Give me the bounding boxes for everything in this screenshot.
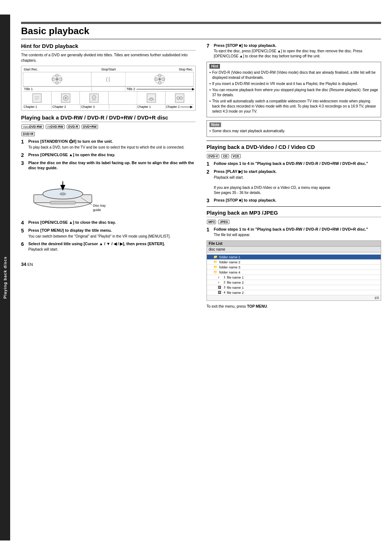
step3-content: Place the disc on the disc tray with its… xyxy=(28,160,196,171)
ch2-icon xyxy=(61,93,71,103)
svg-text:Disc tray: Disc tray xyxy=(93,204,106,207)
dvdvideo-format-badges: DVD-V CD VCD xyxy=(207,154,381,159)
file3-num: 3 xyxy=(224,285,225,289)
ch1-label: Chapter 1 xyxy=(23,105,52,109)
folder-icon-1: 📁 xyxy=(213,255,218,259)
svg-point-9 xyxy=(159,78,161,80)
svg-text:(: ( xyxy=(109,76,110,82)
ch4-icon xyxy=(146,93,156,103)
title2-icon xyxy=(153,73,166,85)
file-list-row[interactable]: ♪ 1 file name 1 xyxy=(207,275,381,280)
svg-rect-24 xyxy=(147,94,156,102)
dvdvideo-step3-title: Press [STOP ■] to stop playback. xyxy=(214,198,381,203)
side-tab: Playing back discs xyxy=(0,15,10,540)
step2-content: Press [OPEN/CLOSE ▲] to open the disc tr… xyxy=(28,152,196,158)
file-list-row[interactable]: 🖼 3 file name 1 xyxy=(207,285,381,290)
dvdvideo-step1-content: Follow steps 1 to 4 in "Playing back a D… xyxy=(214,161,381,167)
dvdvideo-step2-body: Playback will start. If you are playing … xyxy=(214,175,381,195)
two-column-layout: Hint for DVD playback The contents of a … xyxy=(21,43,381,530)
page-title: Basic playback xyxy=(21,25,381,39)
page-number-area: 34 EN xyxy=(21,254,196,267)
mp3-step1-num: 1 xyxy=(207,227,212,238)
file2-num: 2 xyxy=(224,280,225,284)
diagram-header: Start Rec. Stop/Start Stop Rec. xyxy=(23,68,194,71)
separator-2 xyxy=(207,206,381,207)
hint-box-header: Hint xyxy=(209,64,220,69)
file1-name: file name 1 xyxy=(227,275,244,279)
mp3-step1-body: The file list will appear. xyxy=(214,232,381,238)
svg-point-25 xyxy=(150,98,153,101)
step1-title: Press [STANDBY/ON ⏻/I] to turn on the un… xyxy=(28,139,196,144)
file1-num: 1 xyxy=(224,275,225,279)
note-box-header: Note xyxy=(209,122,221,127)
ch-sep2 xyxy=(109,105,136,109)
step-4: 4 Press [OPEN/CLOSE ▲] to close the disc… xyxy=(21,220,196,226)
main-content: Basic playback Hint for DVD playback The… xyxy=(10,15,392,540)
note-bullet-1-text: Some discs may start playback automatica… xyxy=(212,129,285,134)
file-list-page: 1/2 xyxy=(374,296,379,300)
hint-bullet-1-text: For DVD-R (Video mode) and DVD-RW (Video… xyxy=(212,70,378,80)
folder-1-name: folder name 1 xyxy=(219,255,240,259)
mp3-step1-title: Follow steps 1 to 4 in "Playing back a D… xyxy=(214,227,381,232)
hint-bullet-3-text: You can resume playback from where you s… xyxy=(212,88,378,98)
ch1-icon xyxy=(32,93,42,103)
hint-box: Hint • For DVD-R (Video mode) and DVD-RW… xyxy=(207,62,381,117)
svg-point-11 xyxy=(158,81,161,84)
note-box: Note • Some discs may start playback aut… xyxy=(207,120,381,137)
hint-bullet-1: • For DVD-R (Video mode) and DVD-RW (Vid… xyxy=(209,70,378,80)
ch3-icon xyxy=(89,93,99,103)
step7-title: Press [STOP ■] to stop playback. xyxy=(214,43,381,48)
step-1: 1 Press [STANDBY/ON ⏻/I] to turn on the … xyxy=(21,139,196,150)
music-icon-2: ♪ xyxy=(218,280,222,284)
file-list-row[interactable]: 📁 folder name 4 xyxy=(207,270,381,275)
badge-vcd: VCD xyxy=(231,154,241,158)
file-list-row[interactable]: 🖼 4 file name 2 xyxy=(207,290,381,295)
hint-bullet-4-text: This unit will automatically switch a co… xyxy=(212,99,378,114)
file3-name: file name 1 xyxy=(227,285,244,289)
stopstart-label: Stop/Start xyxy=(101,68,116,71)
left-column: Hint for DVD playback The contents of a … xyxy=(21,43,196,530)
folder-icon-4: 📁 xyxy=(213,270,218,274)
step-2: 2 Press [OPEN/CLOSE ▲] to open the disc … xyxy=(21,152,196,158)
file-list-row[interactable]: 📁 folder name 2 xyxy=(207,260,381,265)
dvdvideo-step2: 2 Press [PLAY ▶] to start playback. Play… xyxy=(207,169,381,195)
title1-cell xyxy=(23,72,91,86)
ch2-cell xyxy=(52,92,80,104)
mp3-section: Playing back an MP3 /JPEG MP3 JPEG 1 Fol… xyxy=(207,210,381,309)
svg-point-5 xyxy=(58,78,62,81)
disc-tray-svg: Disc tray guide xyxy=(28,174,108,216)
svg-text:guide: guide xyxy=(93,208,101,212)
badge-video-dvdrw: VideoDVD-RW xyxy=(21,125,44,129)
dvdvideo-step3-content: Press [STOP ■] to stop playback. xyxy=(214,198,381,203)
badge-dvdv: DVD-V xyxy=(207,154,219,158)
svg-point-12 xyxy=(155,78,158,81)
step4-num: 4 xyxy=(21,220,26,226)
step6-body: Playback will start. xyxy=(28,247,196,252)
file-list-row[interactable]: 📁 folder name 1 xyxy=(207,255,381,260)
badge-cd: CD xyxy=(221,154,229,158)
title-arrow: ▶ xyxy=(136,89,193,89)
badge-dvdplusr: DVD+R xyxy=(21,132,35,136)
badge-dvdr: DVD-R xyxy=(67,125,79,129)
file-list-row[interactable]: 📁 folder name 3 xyxy=(207,265,381,270)
file-list-row[interactable]: ♪ 2 file name 2 xyxy=(207,280,381,285)
pause-cell: ( ( xyxy=(91,72,126,86)
hint-dvd-heading: Hint for DVD playback xyxy=(21,43,196,50)
mp3-step1: 1 Follow steps 1 to 4 in "Playing back a… xyxy=(207,227,381,238)
chapters-row xyxy=(23,91,194,104)
image-icon-2: 🖼 xyxy=(218,291,222,294)
hint-bullet-2: • If you insert a DVD-RW recorded in VR … xyxy=(209,81,378,86)
dvd-diagram: Start Rec. Stop/Start Stop Rec. xyxy=(21,66,196,111)
stop-rec-label: Stop Rec. xyxy=(179,68,193,71)
music-icon-1: ♪ xyxy=(218,275,222,279)
hint-bullet-3: • You can resume playback from where you… xyxy=(209,88,378,98)
step6-num: 6 xyxy=(21,241,26,252)
dvdvideo-section: Playing back a DVD-Video / CD / Video CD… xyxy=(207,144,381,203)
step7-content: Press [STOP ■] to stop playback. To ejec… xyxy=(214,43,381,59)
mp3-heading: Playing back an MP3 /JPEG xyxy=(207,210,381,217)
step6-title: Select the desired title using [Cursor ▲… xyxy=(28,241,196,246)
step5-title: Press [TOP MENU] to display the title me… xyxy=(28,228,196,233)
ch3-cell xyxy=(80,92,109,104)
ch5-icon xyxy=(175,93,185,103)
dvdvideo-step2-num: 2 xyxy=(207,169,212,195)
